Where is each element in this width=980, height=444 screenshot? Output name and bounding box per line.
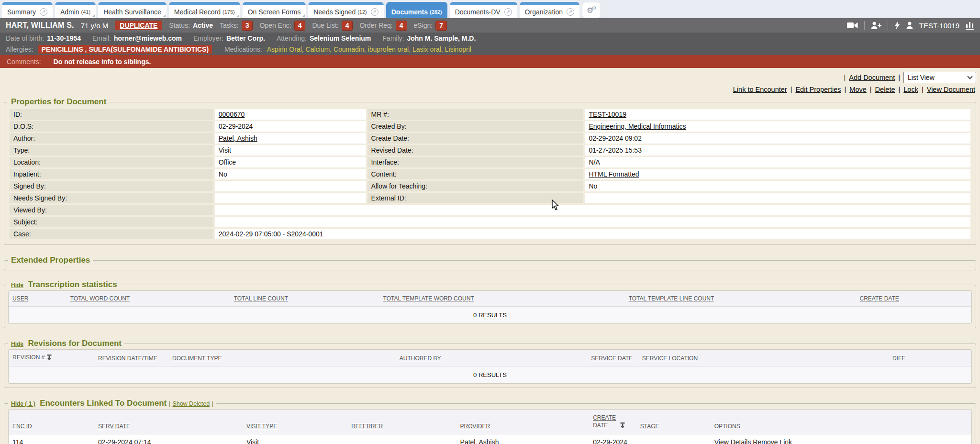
column-header-create-date[interactable]: CREATE DATE [860, 295, 899, 302]
field-label: Create Date: [368, 133, 584, 144]
column-header-total-template-line-count[interactable]: TOTAL TEMPLATE LINE COUNT [629, 295, 714, 302]
divider [864, 21, 865, 30]
column-header-total-word-count[interactable]: TOTAL WORD COUNT [70, 295, 130, 302]
table-row: D.O.S: 02-29-2024 Created By: Engineerin… [10, 121, 970, 132]
esign-count-badge[interactable]: 7 [435, 21, 447, 31]
demographics-row: Date of birth:11-30-1954 Email:horner@mi… [0, 33, 980, 44]
field-label: Allow for Teaching: [368, 181, 584, 191]
field-label: Case: [10, 229, 213, 239]
column-header-service-date[interactable]: SERVICE DATE [591, 355, 633, 362]
field-label: Subject: [10, 217, 213, 227]
move-link[interactable]: Move [849, 86, 866, 93]
column-header-provider[interactable]: PROVIDER [460, 423, 490, 430]
tab-count: (41) [81, 9, 91, 15]
column-header-enc-id[interactable]: ENC ID [12, 423, 32, 430]
add-person-icon[interactable] [871, 22, 881, 29]
location-value: Office [215, 157, 366, 167]
lightning-icon[interactable] [894, 21, 900, 30]
table-row: Type: Visit Revised Date: 01-27-2025 15:… [10, 145, 970, 155]
medications-list[interactable]: Aspirin Oral, Calcium, Coumadin, ibuprof… [267, 45, 471, 53]
column-header-total-line-count[interactable]: TOTAL LINE COUNT [234, 295, 288, 302]
column-header-visit-type[interactable]: VISIT TYPE [246, 423, 277, 430]
sort-descending-icon[interactable] [620, 422, 625, 430]
lock-link[interactable]: Lock [903, 86, 918, 93]
column-header-authored-by[interactable]: AUTHORED BY [400, 355, 441, 362]
chevron-down-icon [967, 74, 972, 79]
column-header-revision-number[interactable]: REVISION # [12, 354, 45, 361]
comments-text: Do not release info to siblings. [54, 58, 151, 66]
column-header-document-type[interactable]: DOCUMENT TYPE [172, 355, 222, 362]
field-label: D.O.S: [10, 121, 213, 132]
column-header-serv-date[interactable]: SERV DATE [98, 423, 130, 430]
allergies-badge[interactable]: PENICILLINS , SULFA(SULFONAMIDE ANTIBIOT… [38, 45, 212, 54]
encounter-row[interactable]: 114 02-29-2024 07:14 Visit Patel, Ashish… [9, 434, 971, 444]
table-row: Case: 2024-02-29 07:05:00 - S2024-0001 [10, 229, 970, 239]
column-header-referrer[interactable]: REFERRER [351, 423, 383, 430]
tasks-count-badge[interactable]: 3 [242, 21, 253, 31]
duplicate-badge[interactable]: DUPLICATE [115, 21, 162, 30]
field-label: Created By: [368, 121, 584, 132]
sort-descending-icon[interactable] [47, 355, 52, 362]
order-req-count-badge[interactable]: 4 [396, 21, 407, 31]
hide-link[interactable]: Hide [11, 341, 23, 347]
mr-number-link[interactable]: TEST-10019 [589, 111, 626, 118]
patient-id: TEST-10019 [919, 22, 959, 30]
delete-link[interactable]: Delete [875, 86, 895, 93]
person-icon[interactable] [906, 22, 913, 29]
tab-documents-dv[interactable]: Documents-DV ↗ [450, 2, 517, 18]
view-mode-select[interactable]: List View [903, 72, 976, 83]
field-label: ID: [10, 109, 213, 120]
add-document-link[interactable]: Add Document [849, 74, 895, 81]
edit-properties-link[interactable]: Edit Properties [795, 86, 841, 93]
column-header-revision-datetime[interactable]: REVISION DATE/TIME [98, 355, 157, 362]
hide-link[interactable]: Hide [11, 282, 23, 289]
tab-label: Health Surveillance [103, 8, 161, 16]
field-label: Content: [368, 169, 584, 179]
submenu-fold-icon [302, 14, 305, 17]
separator: | [169, 400, 170, 407]
tab-count: (12) [357, 9, 367, 15]
column-header-user[interactable]: USER [12, 295, 28, 302]
tab-on-screen-forms[interactable]: On Screen Forms [243, 2, 306, 18]
attending-label: Attending: [277, 34, 307, 42]
bar-chart-icon[interactable] [966, 22, 974, 30]
field-label: Type: [10, 145, 213, 155]
empty-results-row: 0 RESULTS [9, 307, 971, 324]
tab-needs-signed[interactable]: Needs Signed (12) ↗ [308, 2, 384, 18]
settings-gears-button[interactable]: ⚙ ⚙ [582, 2, 601, 18]
tab-medical-record[interactable]: Medical Record (175) [169, 2, 240, 18]
column-header-total-template-word-count[interactable]: TOTAL TEMPLATE WORD COUNT [383, 295, 474, 302]
view-document-link[interactable]: View Document [927, 86, 975, 93]
separator: | [212, 400, 213, 407]
tab-summary[interactable]: Summary ↗ [2, 2, 53, 18]
link-to-encounter-link[interactable]: Link to Encounter [733, 86, 787, 93]
tab-health-surveillance[interactable]: Health Surveillance [98, 2, 167, 18]
row-options-links[interactable]: View Details Remove Link [714, 438, 792, 444]
content-format-link[interactable]: HTML Formatted [589, 170, 639, 178]
section-title: Revisions for Document [28, 339, 122, 348]
section-title: Extended Properties [11, 255, 90, 265]
hide-link[interactable]: Hide ( 1 ) [11, 400, 35, 407]
column-header-service-location[interactable]: SERVICE LOCATION [642, 355, 698, 362]
column-header-stage[interactable]: STAGE [640, 423, 659, 430]
due-list-count-badge[interactable]: 4 [342, 21, 353, 31]
revised-date-value: 01-27-2025 15:53 [585, 145, 970, 155]
employer-value: Better Corp. [226, 34, 265, 42]
tab-organization[interactable]: Organization ↗ [520, 2, 579, 18]
tab-label: Documents-DV [455, 8, 501, 16]
column-header-create-date[interactable]: CREATE DATE [593, 414, 618, 429]
table-row: Viewed By: [10, 205, 970, 215]
open-enc-label: Open Enc: [259, 22, 291, 29]
open-enc-count-badge[interactable]: 4 [294, 21, 306, 31]
show-deleted-link[interactable]: Show Deleted [172, 400, 210, 407]
tab-documents[interactable]: Documents (282) [386, 2, 447, 18]
separator: | [922, 86, 924, 93]
tab-admin[interactable]: Admin (41) [55, 2, 96, 18]
created-by-link[interactable]: Engineering, Medical Informatics [589, 122, 686, 130]
video-camera-icon[interactable] [847, 22, 858, 29]
document-id-link[interactable]: 0000670 [219, 111, 245, 118]
document-links-row: Link to Encounter | Edit Properties | Mo… [0, 84, 980, 97]
email-value: horner@mieweb.com [114, 34, 182, 42]
author-link[interactable]: Patel, Ashish [219, 134, 257, 142]
tab-label: Summary [7, 8, 36, 16]
